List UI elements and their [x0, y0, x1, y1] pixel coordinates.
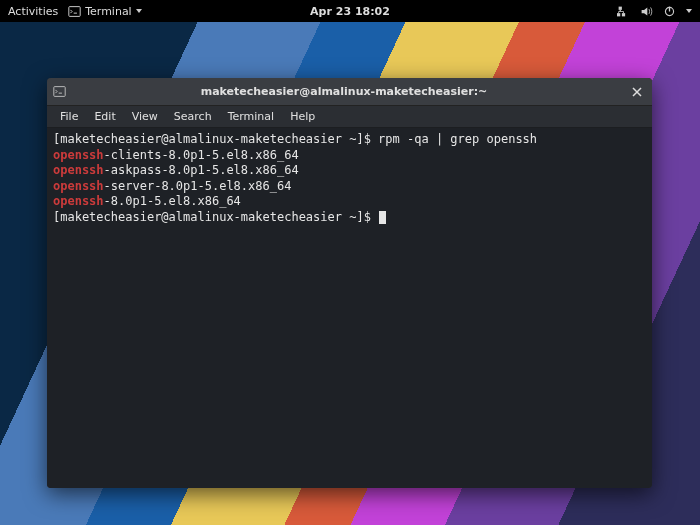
close-icon [632, 87, 642, 97]
menu-view[interactable]: View [125, 108, 165, 125]
terminal-line: openssh-askpass-8.0p1-5.el8.x86_64 [53, 163, 646, 179]
close-button[interactable] [628, 83, 646, 101]
svg-rect-6 [54, 87, 65, 97]
terminal-line: openssh-clients-8.0p1-5.el8.x86_64 [53, 148, 646, 164]
window-titlebar[interactable]: maketecheasier@almalinux-maketecheasier:… [47, 78, 652, 106]
menu-help[interactable]: Help [283, 108, 322, 125]
svg-rect-1 [619, 6, 622, 9]
svg-rect-0 [69, 6, 80, 16]
app-menu-label: Terminal [85, 5, 132, 18]
menu-edit[interactable]: Edit [87, 108, 122, 125]
terminal-body[interactable]: [maketecheasier@almalinux-maketecheasier… [47, 128, 652, 488]
network-icon[interactable] [617, 5, 630, 18]
menubar: File Edit View Search Terminal Help [47, 106, 652, 128]
power-icon[interactable] [663, 5, 676, 18]
menu-search[interactable]: Search [167, 108, 219, 125]
menu-file[interactable]: File [53, 108, 85, 125]
cursor [379, 211, 386, 224]
terminal-line: openssh-8.0p1-5.el8.x86_64 [53, 194, 646, 210]
gnome-topbar: Activities Terminal Apr 23 18:02 [0, 0, 700, 22]
terminal-line: openssh-server-8.0p1-5.el8.x86_64 [53, 179, 646, 195]
app-menu[interactable]: Terminal [68, 5, 142, 18]
terminal-icon [53, 85, 66, 98]
activities-button[interactable]: Activities [8, 5, 58, 18]
menu-terminal[interactable]: Terminal [221, 108, 282, 125]
volume-icon[interactable] [640, 5, 653, 18]
svg-rect-2 [617, 13, 620, 16]
terminal-window: maketecheasier@almalinux-maketecheasier:… [47, 78, 652, 488]
window-title: maketecheasier@almalinux-maketecheasier:… [70, 85, 628, 98]
terminal-icon [68, 5, 81, 18]
terminal-line: [maketecheasier@almalinux-maketecheasier… [53, 210, 646, 226]
terminal-line: [maketecheasier@almalinux-maketecheasier… [53, 132, 646, 148]
clock[interactable]: Apr 23 18:02 [310, 5, 390, 18]
chevron-down-icon [686, 9, 692, 13]
svg-rect-3 [622, 13, 625, 16]
chevron-down-icon [136, 9, 142, 13]
